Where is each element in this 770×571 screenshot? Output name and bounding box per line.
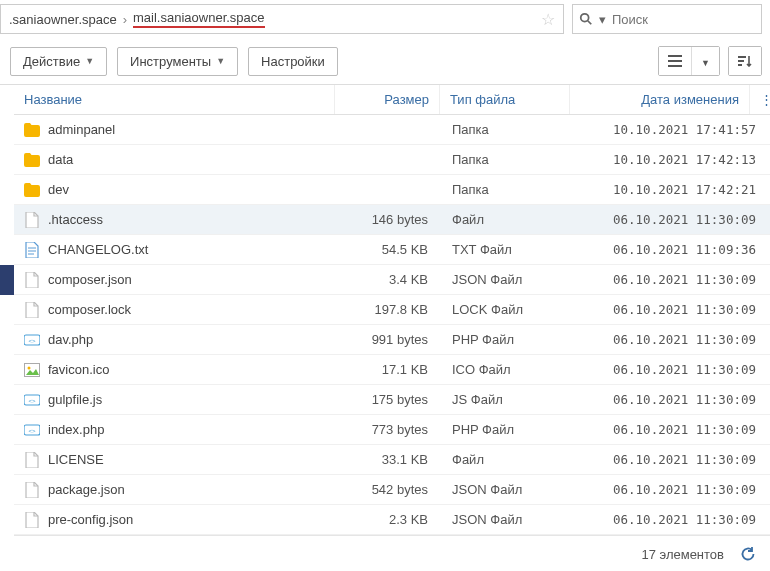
file-type: JSON Файл (442, 272, 572, 287)
file-size: 2.3 KB (337, 512, 442, 527)
file-name: pre-config.json (48, 512, 133, 527)
file-date: 06.10.2021 11:30:09 (572, 392, 770, 407)
file-row[interactable]: LICENSE33.1 KBФайл06.10.2021 11:30:09 (14, 445, 770, 475)
file-name: CHANGELOG.txt (48, 242, 148, 257)
folder-icon (24, 152, 40, 168)
file-size: 33.1 KB (337, 452, 442, 467)
file-icon (24, 272, 40, 288)
file-row[interactable]: package.json542 bytesJSON Файл06.10.2021… (14, 475, 770, 505)
col-date[interactable]: Дата изменения (569, 85, 749, 114)
search-box[interactable]: ▾ (572, 4, 762, 34)
file-row[interactable]: adminpanelПапка10.10.2021 17:41:57 (14, 115, 770, 145)
file-type: PHP Файл (442, 422, 572, 437)
file-type: PHP Файл (442, 332, 572, 347)
breadcrumb-part-1[interactable]: .saniaowner.space (9, 12, 117, 27)
left-nav-active-marker[interactable] (0, 265, 14, 295)
col-type[interactable]: Тип файла (439, 85, 569, 114)
file-size: 542 bytes (337, 482, 442, 497)
php-icon: <> (24, 392, 40, 408)
breadcrumb-separator: › (123, 12, 127, 27)
file-name: composer.lock (48, 302, 131, 317)
file-date: 06.10.2021 11:30:09 (572, 362, 770, 377)
file-name: favicon.ico (48, 362, 109, 377)
file-date: 06.10.2021 11:30:09 (572, 482, 770, 497)
file-size: 17.1 KB (337, 362, 442, 377)
col-size[interactable]: Размер (334, 85, 439, 114)
col-name[interactable]: Название (14, 85, 334, 114)
file-row[interactable]: pre-config.json2.3 KBJSON Файл06.10.2021… (14, 505, 770, 535)
img-icon (24, 362, 40, 378)
file-name: index.php (48, 422, 104, 437)
svg-text:<>: <> (28, 398, 36, 404)
left-nav-strip (0, 85, 14, 571)
refresh-icon[interactable] (740, 546, 756, 562)
file-name: data (48, 152, 73, 167)
search-input[interactable] (612, 12, 770, 27)
svg-text:<>: <> (28, 428, 36, 434)
settings-button[interactable]: Настройки (248, 47, 338, 76)
svg-text:<>: <> (28, 338, 36, 344)
file-icon (24, 482, 40, 498)
search-icon (579, 12, 593, 26)
file-size: 54.5 KB (337, 242, 442, 257)
file-row[interactable]: favicon.ico17.1 KBICO Файл06.10.2021 11:… (14, 355, 770, 385)
file-icon (24, 302, 40, 318)
file-row[interactable]: composer.json3.4 KBJSON Файл06.10.2021 1… (14, 265, 770, 295)
file-date: 10.10.2021 17:42:21 (572, 182, 770, 197)
file-name: dev (48, 182, 69, 197)
file-date: 06.10.2021 11:30:09 (572, 512, 770, 527)
file-icon (24, 452, 40, 468)
file-size: 991 bytes (337, 332, 442, 347)
grid-header: Название Размер Тип файла Дата изменения… (14, 85, 770, 115)
file-date: 06.10.2021 11:30:09 (572, 302, 770, 317)
file-row[interactable]: <>dav.php991 bytesPHP Файл06.10.2021 11:… (14, 325, 770, 355)
file-row[interactable]: composer.lock197.8 KBLOCK Файл06.10.2021… (14, 295, 770, 325)
file-row[interactable]: dataПапка10.10.2021 17:42:13 (14, 145, 770, 175)
breadcrumb-part-2[interactable]: mail.saniaowner.space (133, 10, 265, 28)
view-mode-group: ▼ (658, 46, 720, 76)
php-icon: <> (24, 422, 40, 438)
svg-line-1 (588, 21, 592, 25)
file-date: 10.10.2021 17:42:13 (572, 152, 770, 167)
php-icon: <> (24, 332, 40, 348)
view-mode-caret-icon[interactable]: ▼ (691, 47, 719, 75)
grid-footer: 17 элементов (14, 535, 770, 571)
file-row[interactable]: <>index.php773 bytesPHP Файл06.10.2021 1… (14, 415, 770, 445)
file-row[interactable]: CHANGELOG.txt54.5 KBTXT Файл06.10.2021 1… (14, 235, 770, 265)
file-type: JSON Файл (442, 512, 572, 527)
file-type: ICO Файл (442, 362, 572, 377)
list-view-icon[interactable] (659, 47, 691, 75)
file-size: 197.8 KB (337, 302, 442, 317)
file-size: 773 bytes (337, 422, 442, 437)
file-row[interactable]: .htaccess146 bytesФайл06.10.2021 11:30:0… (14, 205, 770, 235)
file-name: package.json (48, 482, 125, 497)
file-grid: Название Размер Тип файла Дата изменения… (14, 85, 770, 571)
file-type: Файл (442, 452, 572, 467)
caret-icon: ▼ (85, 56, 94, 66)
folder-icon (24, 122, 40, 138)
folder-icon (24, 182, 40, 198)
caret-icon: ▼ (216, 56, 225, 66)
file-row[interactable]: <>gulpfile.js175 bytesJS Файл06.10.2021 … (14, 385, 770, 415)
file-date: 06.10.2021 11:09:36 (572, 242, 770, 257)
file-row[interactable]: devПапка10.10.2021 17:42:21 (14, 175, 770, 205)
sort-icon[interactable] (729, 47, 761, 75)
file-type: LOCK Файл (442, 302, 572, 317)
col-menu-icon[interactable]: ⋮ (749, 85, 770, 114)
breadcrumb-bar[interactable]: .saniaowner.space › mail.saniaowner.spac… (0, 4, 564, 34)
action-button[interactable]: Действие▼ (10, 47, 107, 76)
file-type: JSON Файл (442, 482, 572, 497)
tools-button[interactable]: Инструменты▼ (117, 47, 238, 76)
file-date: 06.10.2021 11:30:09 (572, 332, 770, 347)
file-name: adminpanel (48, 122, 115, 137)
file-date: 06.10.2021 11:30:09 (572, 212, 770, 227)
search-separator: ▾ (599, 12, 606, 27)
file-date: 06.10.2021 11:30:09 (572, 272, 770, 287)
favorite-star-icon[interactable]: ☆ (541, 10, 555, 29)
file-type: JS Файл (442, 392, 572, 407)
file-name: .htaccess (48, 212, 103, 227)
file-date: 06.10.2021 11:30:09 (572, 452, 770, 467)
svg-point-0 (581, 14, 589, 22)
item-count: 17 элементов (641, 547, 724, 562)
file-name: LICENSE (48, 452, 104, 467)
